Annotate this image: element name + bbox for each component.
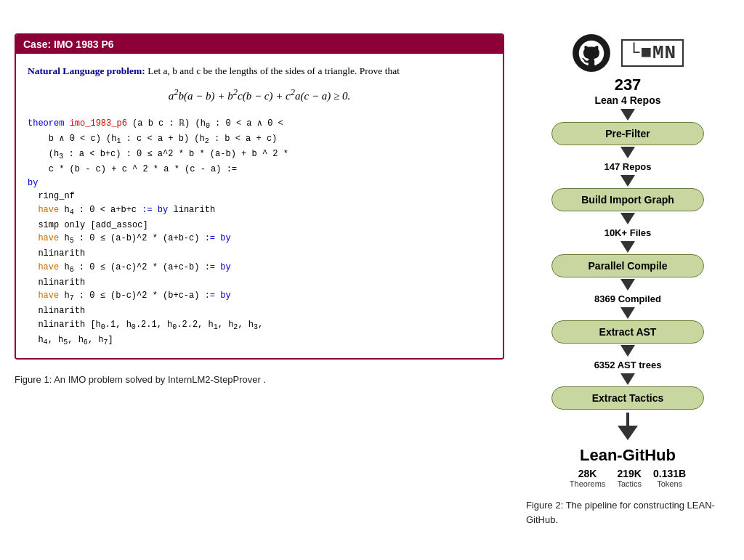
extract-ast-box: Extract AST [551,320,704,344]
stat-tactics-number: 219K [617,468,642,479]
arrow-6 [620,279,635,291]
top-logos: └■MN [572,33,684,73]
prefilter-box: Pre-Filter [551,122,704,145]
nl-text: Let a, b and c be the lengths of the sid… [145,65,400,76]
stat-tokens-number: 0.131B [653,468,686,479]
math-display: a2b(a − b) + b2c(b − c) + c2a(c − a) ≥ 0… [28,87,491,102]
arrow-1 [620,109,635,121]
final-stats: 28K Theorems 219K Tactics 0.131B Tokens [570,468,686,488]
case-box: Case: IMO 1983 P6 Natural Language probl… [15,33,504,360]
repos-count: 237 Lean 4 Repos [594,76,660,106]
parallel-compile-box: Parallel Compile [551,254,704,277]
case-header: Case: IMO 1983 P6 [16,35,503,54]
final-title: Lean-GitHub [570,446,686,465]
arrow-5 [620,241,635,253]
caption-right: Figure 2: The pipeline for constructing … [526,498,729,527]
stat-theorems-number: 28K [570,468,606,479]
arrow-3 [620,175,635,187]
arrow-8 [620,345,635,357]
svg-point-0 [573,34,610,72]
right-column: └■MN 237 Lean 4 Repos Pre-Filter 147 Rep… [526,33,729,527]
arrow-shaft [626,413,629,426]
arrow-4 [620,213,635,224]
stat-tokens-label: Tokens [653,479,686,488]
nl-label: Natural Language problem: [28,65,145,76]
arrow-9 [620,373,635,385]
stat-tactics: 219K Tactics [617,468,642,488]
page-container: Case: IMO 1983 P6 Natural Language probl… [15,33,729,527]
case-body: Natural Language problem: Let a, b and c… [16,54,503,358]
left-column: Case: IMO 1983 P6 Natural Language probl… [15,33,504,385]
after-prefilter: 147 Repos [604,161,651,172]
after-import: 10K+ Files [604,227,652,238]
stat-tactics-label: Tactics [617,479,642,488]
lean-logo: └■MN [621,39,684,67]
nl-problem: Natural Language problem: Let a, b and c… [28,64,491,78]
import-graph-box: Build Import Graph [551,188,704,211]
stat-theorems: 28K Theorems [570,468,606,488]
code-block: theorem imo_1983_p6 (a b c : ℝ) (h0 : 0 … [28,117,491,348]
pipeline-diagram: └■MN 237 Lean 4 Repos Pre-Filter 147 Rep… [526,33,729,488]
arrow-2 [620,147,635,158]
after-ast: 6352 AST trees [594,360,662,370]
stat-tokens: 0.131B Tokens [653,468,686,488]
big-arrow-container [618,413,638,440]
final-box: Lean-GitHub 28K Theorems 219K Tactics 0.… [570,446,686,488]
after-compile: 8369 Compiled [594,293,661,304]
stat-theorems-label: Theorems [570,479,606,488]
github-icon [572,33,611,73]
arrow-7 [620,307,635,319]
extract-tactics-box: Extract Tactics [551,386,704,410]
arrow-head [618,426,638,440]
caption-left: Figure 1: An IMO problem solved by Inter… [15,374,504,385]
